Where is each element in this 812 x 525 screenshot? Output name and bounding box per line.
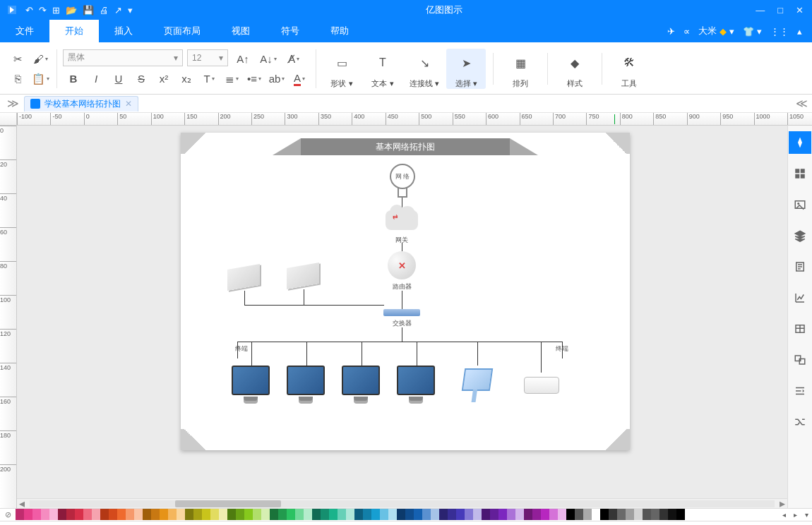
bold-button[interactable]: B — [63, 69, 84, 89]
paste-button[interactable]: 📋 — [30, 69, 51, 89]
dock-outline-button[interactable] — [789, 255, 811, 278]
color-swatch[interactable] — [363, 509, 371, 520]
gateway-shape[interactable]: ⇄ — [386, 210, 418, 230]
apps-icon[interactable]: ⋮⋮ — [770, 26, 789, 37]
tab-help[interactable]: 帮助 — [315, 20, 364, 42]
ribbon-connector-button[interactable]: ↘连接线 ▾ — [404, 49, 445, 89]
line-spacing-button[interactable]: ≣ — [221, 69, 242, 89]
color-swatch[interactable] — [566, 509, 575, 520]
underline-button[interactable]: U — [108, 69, 129, 89]
dock-chart-button[interactable] — [789, 286, 811, 309]
font-size-select[interactable]: 12▾ — [187, 49, 228, 66]
color-swatch[interactable] — [371, 509, 380, 520]
color-swatch[interactable] — [177, 509, 185, 520]
dock-align-button[interactable] — [789, 380, 811, 402]
ribbon-tools-button[interactable]: 🛠工具 — [609, 49, 649, 89]
color-swatch[interactable] — [278, 509, 287, 520]
color-swatch[interactable] — [600, 509, 609, 520]
user-dropdown[interactable]: ▾ — [729, 26, 734, 37]
color-swatch[interactable] — [295, 509, 304, 520]
scroll-left-button[interactable]: ◂ — [17, 497, 27, 508]
color-swatch[interactable] — [210, 509, 219, 520]
pc-shape-3[interactable] — [342, 366, 380, 395]
color-swatch[interactable] — [354, 509, 363, 520]
color-swatch[interactable] — [58, 509, 66, 520]
server-shape-1[interactable] — [227, 264, 260, 291]
color-swatch[interactable] — [261, 509, 270, 520]
color-swatch[interactable] — [541, 509, 549, 520]
redo-button[interactable]: ↷ — [39, 5, 47, 16]
color-swatch[interactable] — [321, 509, 329, 520]
tab-pagelayout[interactable]: 页面布局 — [148, 20, 216, 42]
color-swatch[interactable] — [83, 509, 92, 520]
color-swatch[interactable] — [431, 509, 439, 520]
color-swatch[interactable] — [236, 509, 244, 520]
app-logo[interactable] — [4, 2, 20, 18]
color-swatch[interactable] — [380, 509, 388, 520]
color-swatch[interactable] — [244, 509, 253, 520]
color-swatch[interactable] — [473, 509, 482, 520]
color-swatch[interactable] — [490, 509, 498, 520]
color-swatch[interactable] — [287, 509, 295, 520]
color-swatch[interactable] — [498, 509, 507, 520]
color-swatch[interactable] — [160, 509, 168, 520]
color-swatch[interactable] — [668, 509, 676, 520]
pc-shape-1[interactable] — [232, 366, 270, 395]
color-swatch[interactable] — [676, 509, 685, 520]
theme-icon[interactable]: 👕 — [743, 26, 754, 37]
dock-image-button[interactable] — [789, 193, 811, 216]
increase-font-button[interactable]: A↑ — [232, 49, 253, 69]
color-swatch[interactable] — [609, 509, 617, 520]
color-swatch[interactable] — [75, 509, 83, 520]
page[interactable]: 基本网络拓扑图 网 络 ⇄ 网关 路由器 交换器 终端 终端 — [181, 133, 630, 450]
print-button[interactable]: 🖨 — [100, 5, 109, 16]
format-painter-button[interactable]: 🖌 — [30, 49, 51, 69]
mac-mini-shape[interactable] — [524, 377, 559, 394]
dock-theme-button[interactable] — [789, 131, 811, 154]
color-swatch[interactable] — [592, 509, 600, 520]
color-swatch[interactable] — [329, 509, 338, 520]
dock-symbols-button[interactable] — [789, 349, 811, 371]
color-swatch[interactable] — [634, 509, 643, 520]
color-swatch[interactable] — [24, 509, 32, 520]
no-fill-button[interactable]: ⊘ — [0, 509, 16, 521]
color-swatch[interactable] — [49, 509, 58, 520]
color-swatch[interactable] — [397, 509, 405, 520]
color-swatch[interactable] — [617, 509, 626, 520]
router-shape[interactable] — [388, 251, 416, 279]
italic-button[interactable]: I — [85, 69, 107, 89]
horizontal-scrollbar[interactable]: ◂ ▸ — [17, 498, 787, 508]
user-name[interactable]: 大米 — [698, 25, 717, 37]
color-swatch[interactable] — [202, 509, 210, 520]
color-swatch[interactable] — [253, 509, 261, 520]
color-swatch[interactable] — [549, 509, 558, 520]
open-button[interactable]: 📂 — [66, 5, 77, 16]
font-family-select[interactable]: 黑体▾ — [63, 49, 183, 66]
color-swatch[interactable] — [439, 509, 448, 520]
scroll-right-button[interactable]: ▸ — [777, 497, 787, 508]
color-swatch[interactable] — [134, 509, 143, 520]
dock-table-button[interactable] — [789, 318, 811, 340]
save-button[interactable]: 💾 — [83, 5, 94, 16]
dock-layers-button[interactable] — [789, 224, 811, 247]
color-swatch[interactable] — [456, 509, 465, 520]
maximize-button[interactable]: □ — [777, 5, 783, 16]
color-swatch[interactable] — [651, 509, 659, 520]
color-swatch[interactable] — [507, 509, 515, 520]
text-case-button[interactable]: ab — [266, 69, 287, 89]
subscript-button[interactable]: x₂ — [176, 69, 197, 89]
dock-grid-button[interactable] — [789, 162, 811, 185]
pc-shape-2[interactable] — [287, 366, 325, 395]
tab-insert[interactable]: 插入 — [99, 20, 148, 42]
canvas[interactable]: 基本网络拓扑图 网 络 ⇄ 网关 路由器 交换器 终端 终端 — [17, 126, 787, 508]
color-swatch[interactable] — [626, 509, 634, 520]
export-button[interactable]: ↗ — [114, 5, 122, 16]
document-tab[interactable]: 学校基本网络拓扑图 ✕ — [24, 96, 138, 111]
clear-format-button[interactable]: A̸ — [283, 49, 304, 69]
color-swatch[interactable] — [151, 509, 160, 520]
color-swatch[interactable] — [168, 509, 177, 520]
tab-home[interactable]: 开始 — [49, 20, 99, 42]
color-swatch[interactable] — [92, 509, 100, 520]
dock-shuffle-button[interactable] — [789, 411, 811, 433]
ribbon-shape-button[interactable]: ▭形状 ▾ — [322, 49, 362, 89]
